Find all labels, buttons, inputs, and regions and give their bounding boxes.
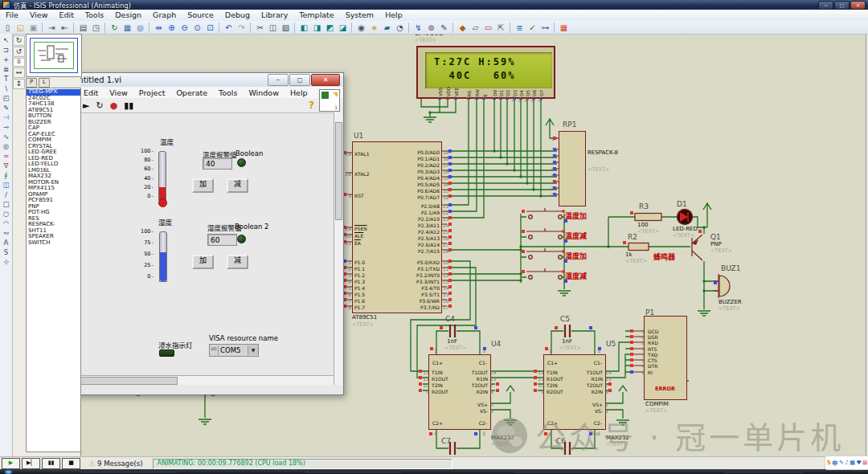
temp-boolean-led[interactable] (237, 158, 246, 167)
generator-mode-icon[interactable]: ≈ (1, 151, 11, 161)
pan-icon[interactable]: ⇹ (153, 22, 165, 34)
temp-add-button[interactable]: 加 (192, 178, 214, 193)
cut-icon[interactable]: ✂ (254, 22, 266, 34)
lang-chinese-icon[interactable]: 中 (832, 459, 837, 467)
sim-play-button[interactable]: ▶ (2, 458, 20, 469)
junction-dot-icon[interactable]: + (1, 55, 11, 64)
rotate-angle-input[interactable]: 0 (13, 58, 25, 67)
start-orb[interactable] (5, 470, 12, 474)
hum-add-button[interactable]: 加 (192, 255, 214, 269)
windows-taskbar[interactable] (0, 469, 868, 474)
path-2d-icon[interactable]: ∾ (1, 228, 11, 238)
sim-pause-button[interactable]: ▮▮ (42, 458, 60, 469)
temp-alarm-input[interactable] (203, 157, 232, 170)
main-minimize-button[interactable]: ─ (818, 1, 833, 10)
new-sheet-icon[interactable]: ▱ (469, 22, 481, 34)
labview-menu-item[interactable]: Operate (170, 88, 213, 97)
pause-button[interactable]: ▮▮ (124, 100, 133, 111)
netlist-icon[interactable]: ⊶ (539, 22, 551, 34)
main-maximize-button[interactable]: □ (834, 1, 850, 10)
remove-sheet-icon[interactable]: ▭ (482, 22, 494, 34)
erc-icon[interactable]: ✓ (526, 22, 538, 34)
grid-icon[interactable]: ▦ (121, 22, 133, 34)
p1-compim[interactable]: 1DCD6DSR2RXD7RTS3TXD8CTS4DTR9RI ERROR (644, 316, 687, 400)
labview-hscrollbar[interactable] (54, 375, 334, 385)
current-probe-icon[interactable]: ∮ (1, 170, 11, 180)
main-close-button[interactable]: ✕ (850, 1, 866, 10)
labview-menu-item[interactable]: Window (243, 88, 284, 97)
sim-stop-button[interactable]: ■ (62, 458, 80, 469)
block-rotate-icon[interactable]: ◩ (324, 22, 336, 34)
device-list-item[interactable]: SWITCH (27, 240, 80, 247)
overview-pane[interactable] (26, 34, 82, 77)
symbol-2d-icon[interactable]: S (1, 247, 11, 257)
mirror-h-icon[interactable]: ↔ (13, 67, 25, 78)
wire-label-icon[interactable]: ≣ (1, 64, 11, 74)
u5-max232[interactable]: C1+ C1- C2+ C2- 1 3 4 5 11T1IN12R1OUT10T… (543, 354, 606, 430)
rotate-cw-icon[interactable]: ↻ (13, 35, 25, 46)
mark-area-icon[interactable]: ◳ (90, 22, 102, 34)
open-file-icon[interactable]: ◱ (14, 22, 27, 34)
import-icon[interactable]: ⇥ (46, 22, 58, 34)
zoom-area-icon[interactable]: ⊡ (204, 22, 216, 34)
library-button[interactable]: L (39, 78, 50, 88)
labview-menu-item[interactable]: Edit (78, 88, 104, 97)
handwrite-icon[interactable]: ✎ (839, 460, 844, 466)
visa-resource-combo[interactable]: I/O COM5 ▼ (209, 344, 259, 357)
hum-thermometer[interactable] (159, 231, 167, 282)
main-menu-item[interactable]: Tools (80, 10, 109, 21)
refresh-icon[interactable]: ↻ (108, 22, 121, 34)
origin-icon[interactable]: ◎ (134, 22, 146, 34)
goto-sheet-icon[interactable]: ⇱ (495, 22, 507, 34)
rp1-respack[interactable]: 123456789 (559, 131, 586, 206)
redo-icon[interactable]: ↷ (235, 22, 248, 34)
main-menu-item[interactable]: System (340, 10, 379, 21)
undo-icon[interactable]: ↶ (223, 22, 235, 34)
skin-icon[interactable]: ♥ (857, 460, 862, 466)
copy-icon[interactable]: ◫ (267, 22, 279, 34)
decompose-icon[interactable]: ◔ (394, 22, 406, 34)
block-delete-icon[interactable]: ◪ (337, 22, 349, 34)
labview-minimize-button[interactable]: – (268, 74, 289, 86)
arc-2d-icon[interactable]: ◠ (1, 219, 11, 228)
rotate-ccw-icon[interactable]: ↺ (13, 47, 25, 57)
block-move-icon[interactable]: ◨ (311, 22, 323, 34)
lcd-display[interactable]: T:27C H:59% 40C 60% VSSVDDVEERSRWED0D1D2… (416, 46, 555, 99)
zoom-in-icon[interactable]: ⊕ (166, 22, 178, 34)
main-menu-item[interactable]: Library (256, 10, 293, 21)
labview-close-button[interactable]: ✕ (311, 74, 340, 86)
print-icon[interactable]: ▤ (77, 22, 89, 34)
zoom-out-icon[interactable]: ⊖ (178, 22, 190, 34)
u1-mcu[interactable]: 19XTAL118XTAL29RST29PSEN30ALE31EA1P1.02P… (352, 141, 442, 313)
labview-maximize-button[interactable]: ◻ (289, 74, 310, 86)
export-icon[interactable]: ⇤ (59, 22, 71, 34)
abort-button[interactable]: ● (110, 100, 118, 111)
save-file-icon[interactable]: ▣ (27, 22, 39, 34)
pick-device-icon[interactable]: ◉ (355, 22, 367, 34)
vsm-instrument-icon[interactable]: ◫ (1, 180, 11, 190)
pick-parts-button[interactable]: P (26, 78, 37, 88)
line-2d-icon[interactable]: ∕ (1, 190, 11, 199)
tape-recorder-icon[interactable]: ◎ (1, 141, 11, 151)
component-mode-icon[interactable]: ⊐ (1, 45, 11, 55)
main-menu-item[interactable]: Template (293, 10, 339, 21)
labview-titlebar[interactable]: Untitled 1.vi – ◻ ✕ (54, 73, 343, 88)
design-explorer-icon[interactable]: ◆ (457, 22, 469, 34)
sim-step-button[interactable]: ▶▏ (22, 458, 40, 469)
main-menu-item[interactable]: Design (109, 10, 147, 21)
message-count[interactable]: 9 Message(s) (97, 460, 142, 468)
main-menu-item[interactable]: Edit (53, 10, 79, 21)
labview-menu-item[interactable]: Tools (213, 88, 243, 97)
water-indicator-led[interactable] (159, 349, 174, 357)
main-menu-item[interactable]: File (0, 10, 24, 21)
run-continuous-button[interactable]: ↻ (96, 100, 103, 111)
graph-mode-icon[interactable]: ∿ (1, 132, 11, 141)
hum-sub-button[interactable]: 减 (227, 255, 248, 269)
instant-edit-icon[interactable]: ✎ (1, 103, 11, 112)
main-menu-item[interactable]: View (24, 10, 54, 21)
labview-menu-item[interactable]: Help (285, 88, 313, 97)
zoom-all-icon[interactable]: ⊙ (191, 22, 203, 34)
packaging-icon[interactable]: ▰ (381, 22, 393, 34)
text-script-icon[interactable]: T (1, 74, 11, 84)
ares-icon[interactable]: ▦ (558, 22, 570, 34)
